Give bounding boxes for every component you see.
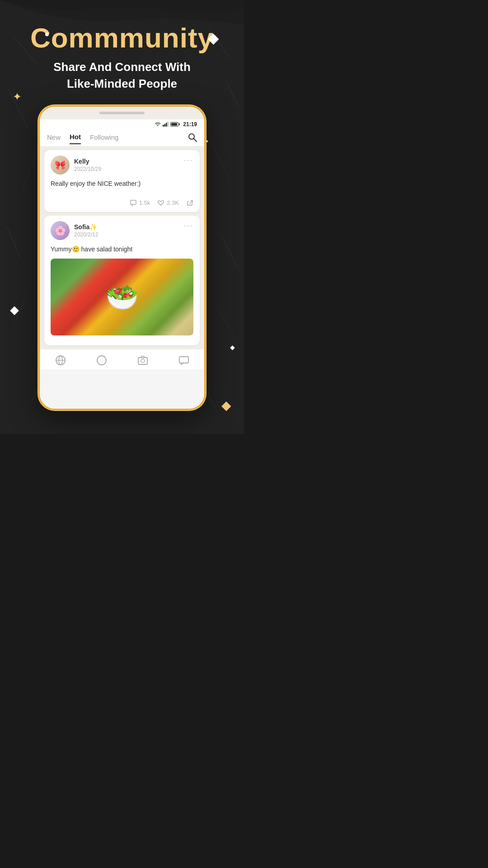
- tab-hot[interactable]: Hot: [70, 133, 81, 144]
- comment-count-kelly: 1.5k: [139, 199, 150, 206]
- user-info-sofia: Sofia✨ 2020/2/12: [74, 223, 98, 238]
- share-icon: [186, 199, 193, 207]
- svg-point-26: [141, 359, 145, 363]
- left-mid-diamond-icon: ◆: [10, 303, 19, 317]
- svg-rect-15: [164, 124, 166, 127]
- heart-icon: [157, 199, 164, 207]
- avatar-kelly: 🎀: [51, 156, 70, 175]
- post-image-salad: [51, 259, 193, 335]
- like-count-kelly: 2.3K: [167, 199, 179, 206]
- user-info-kelly: Kelly 2022/10/29: [74, 158, 101, 172]
- gold-star-left-icon: ✦: [13, 90, 22, 103]
- status-icons: [155, 122, 178, 127]
- posts-feed: 🎀 Kelly 2022/10/29 ··· Really enjoy the …: [40, 146, 204, 349]
- signal-icon: [163, 122, 169, 127]
- post-text-sofia: Yummy🙂 have salad tonight: [51, 245, 193, 254]
- tabs-container: New Hot Following: [47, 133, 118, 144]
- svg-marker-13: [157, 125, 159, 127]
- svg-point-24: [97, 356, 106, 365]
- post-header-sofia: 🌸 Sofia✨ 2020/2/12 ···: [51, 221, 193, 240]
- nav-messages[interactable]: [171, 353, 197, 368]
- post-actions-kelly: 1.5k 2.3K: [51, 198, 193, 207]
- post-date-sofia: 2020/2/12: [74, 231, 98, 238]
- avatar-sofia: 🌸: [51, 221, 70, 240]
- tab-new[interactable]: New: [47, 133, 61, 144]
- nav-camera[interactable]: [130, 353, 155, 368]
- svg-rect-17: [168, 122, 169, 127]
- hero-subtitle: Share And Connect With Like-Minded Peopl…: [9, 59, 235, 92]
- post-card-sofia: 🌸 Sofia✨ 2020/2/12 ··· Yummy🙂 have salad…: [44, 216, 200, 345]
- svg-rect-14: [163, 125, 164, 127]
- dot-decoration-1: [45, 33, 49, 36]
- dot-decoration-2: [206, 140, 208, 142]
- nav-home[interactable]: [89, 353, 114, 368]
- messages-icon: [178, 355, 189, 366]
- like-action-kelly[interactable]: 2.3K: [157, 199, 179, 207]
- explore-icon: [55, 355, 66, 366]
- post-card-kelly: 🎀 Kelly 2022/10/29 ··· Really enjoy the …: [44, 150, 200, 212]
- phone-screen: 21:19 New Hot Following: [40, 119, 204, 409]
- post-images-sofia: [51, 259, 193, 335]
- phone-frame: 21:19 New Hot Following: [38, 105, 206, 410]
- post-header-kelly: 🎀 Kelly 2022/10/29 ···: [51, 156, 193, 175]
- tab-navigation: New Hot Following: [40, 129, 204, 146]
- tab-following[interactable]: Following: [90, 133, 118, 144]
- more-options-sofia[interactable]: ···: [184, 221, 193, 231]
- svg-rect-27: [179, 357, 188, 363]
- username-kelly: Kelly: [74, 158, 101, 165]
- post-user-sofia: 🌸 Sofia✨ 2020/2/12: [51, 221, 98, 240]
- battery-icon: [170, 122, 178, 127]
- phone-mockup: 21:19 New Hot Following: [38, 105, 206, 410]
- share-action-kelly[interactable]: [186, 199, 193, 207]
- search-button[interactable]: [188, 133, 197, 144]
- hero-title: Commmunity: [9, 23, 235, 53]
- post-user-kelly: 🎀 Kelly 2022/10/29: [51, 156, 101, 175]
- svg-rect-16: [166, 123, 167, 127]
- phone-notch-bar: [40, 107, 204, 119]
- bottom-right-diamond-icon: ◆: [221, 398, 231, 413]
- home-icon: [96, 355, 107, 366]
- svg-point-18: [189, 134, 194, 139]
- comment-action-kelly[interactable]: 1.5k: [130, 199, 150, 207]
- bottom-navigation: [40, 349, 204, 369]
- post-date-kelly: 2022/10/29: [74, 166, 101, 172]
- top-right-diamond-icon: ◆: [208, 29, 219, 47]
- phone-notch: [99, 112, 145, 114]
- svg-line-19: [194, 139, 197, 142]
- status-time: 21:19: [183, 121, 197, 127]
- hero-section: Commmunity Share And Connect With Like-M…: [0, 0, 244, 101]
- wifi-icon: [155, 122, 161, 127]
- more-options-kelly[interactable]: ···: [184, 156, 193, 165]
- comment-icon: [130, 199, 137, 207]
- small-right-diamond-icon: ◆: [230, 344, 235, 351]
- camera-icon: [137, 355, 148, 366]
- status-bar: 21:19: [40, 119, 204, 129]
- nav-explore[interactable]: [48, 353, 73, 368]
- username-sofia: Sofia✨: [74, 223, 98, 231]
- post-text-kelly: Really enjoy the NICE weather:): [51, 179, 193, 189]
